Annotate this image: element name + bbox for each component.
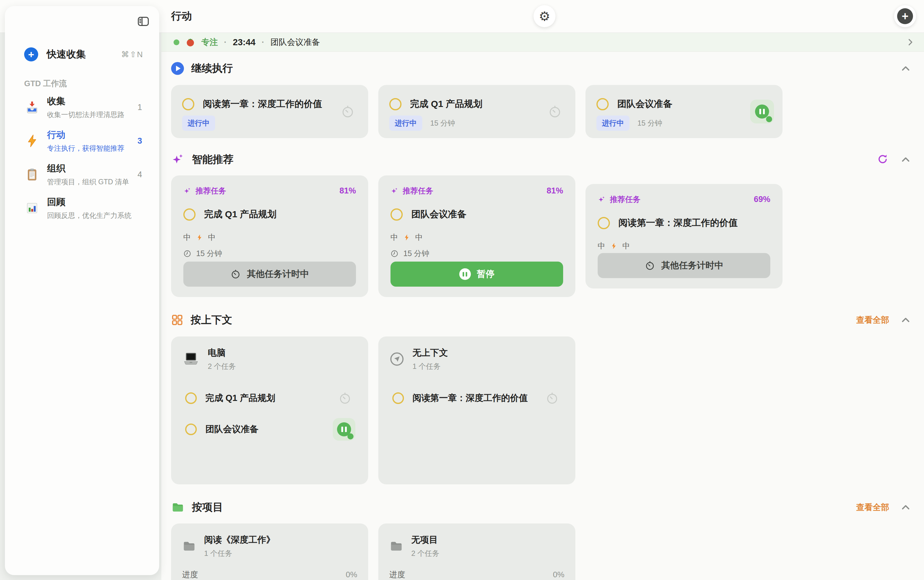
task-checkbox[interactable] bbox=[185, 423, 197, 435]
timer-icon[interactable] bbox=[341, 104, 355, 119]
match-score: 69% bbox=[754, 194, 770, 204]
project-cards-row: 阅读《深度工作》 1 个任务 进度 0% 无项目 2 个任务 bbox=[171, 524, 912, 580]
task-checkbox[interactable] bbox=[185, 392, 197, 404]
inbox-icon bbox=[25, 100, 40, 115]
focus-task-name: 团队会议准备 bbox=[270, 37, 320, 48]
clock-icon bbox=[390, 250, 399, 258]
main-content: 继续执行 阅读第一章：深度工作的价值 进行中 完成 Q1 产品规划 bbox=[161, 52, 924, 580]
section-continue-header: 继续执行 bbox=[171, 61, 912, 76]
match-score: 81% bbox=[547, 186, 563, 196]
status-badge: 进行中 bbox=[182, 115, 215, 131]
progress-label: 进度 bbox=[182, 569, 198, 580]
sparkles-icon bbox=[183, 187, 191, 195]
task-card[interactable]: 团队会议准备 进行中 15 分钟 bbox=[585, 85, 782, 138]
sidebar-item-organize[interactable]: 组织 管理项目，组织 GTD 清单 4 bbox=[17, 160, 147, 189]
match-score: 81% bbox=[339, 186, 356, 196]
sidebar-item-collect[interactable]: 收集 收集一切想法并理清思路 1 bbox=[17, 93, 147, 122]
clipboard-icon bbox=[25, 168, 40, 181]
pause-timer-button[interactable] bbox=[750, 100, 774, 124]
gear-icon: ⚙ bbox=[539, 9, 550, 24]
recommend-card[interactable]: 推荐任务 81% 团队会议准备 中 中 15 分钟 暂停 bbox=[378, 175, 575, 297]
button-label: 暂停 bbox=[477, 268, 495, 280]
energy-icon bbox=[403, 234, 410, 241]
task-checkbox[interactable] bbox=[390, 208, 403, 221]
task-duration: 15 分钟 bbox=[637, 118, 662, 128]
recommend-cards-row: 推荐任务 81% 完成 Q1 产品规划 中 中 15 分钟 其 bbox=[171, 175, 912, 297]
button-label: 其他任务计时中 bbox=[247, 268, 309, 280]
quick-capture-shortcut: ⌘⇧N bbox=[121, 50, 143, 59]
other-task-timing-button[interactable]: 其他任务计时中 bbox=[598, 253, 770, 278]
sidebar-item-actions[interactable]: 行动 专注执行，获得智能推荐 3 bbox=[17, 127, 147, 155]
project-card[interactable]: 无项目 2 个任务 进度 0% bbox=[378, 524, 575, 580]
sparkles-icon bbox=[598, 196, 606, 204]
project-task-count: 2 个任务 bbox=[411, 549, 440, 558]
stopwatch-icon bbox=[231, 269, 241, 279]
item-desc: 专注执行，获得智能推荐 bbox=[47, 143, 124, 153]
task-row[interactable]: 团队会议准备 bbox=[182, 417, 357, 442]
task-checkbox[interactable] bbox=[182, 98, 194, 110]
add-task-button[interactable]: + bbox=[894, 5, 916, 27]
section-contexts-header: 按上下文 查看全部 bbox=[171, 312, 912, 328]
duration-label: 15 分钟 bbox=[404, 249, 429, 259]
pause-timer-button[interactable] bbox=[333, 418, 355, 441]
progress-percent: 0% bbox=[553, 570, 564, 579]
context-card[interactable]: 电脑 2 个任务 完成 Q1 产品规划 团队会议准备 bbox=[171, 336, 368, 484]
task-checkbox[interactable] bbox=[183, 208, 196, 221]
separator-dot: · bbox=[262, 38, 264, 47]
separator-dot: · bbox=[224, 38, 227, 47]
chevron-up-icon[interactable] bbox=[899, 153, 912, 166]
focus-label: 专注 bbox=[201, 37, 218, 48]
view-all-link[interactable]: 查看全部 bbox=[856, 315, 889, 325]
task-duration: 15 分钟 bbox=[430, 118, 455, 128]
task-checkbox[interactable] bbox=[598, 217, 610, 229]
item-desc: 回顾反思，优化生产力系统 bbox=[47, 211, 132, 220]
recommend-card[interactable]: 推荐任务 81% 完成 Q1 产品规划 中 中 15 分钟 其 bbox=[171, 175, 368, 297]
sidebar-toggle-button[interactable] bbox=[134, 12, 153, 31]
task-row[interactable]: 完成 Q1 产品规划 bbox=[182, 386, 357, 411]
pause-focus-button[interactable]: 暂停 bbox=[390, 262, 563, 287]
task-checkbox[interactable] bbox=[596, 98, 609, 110]
timer-icon[interactable] bbox=[545, 391, 559, 405]
sidebar-item-review[interactable]: 回顾 回顾反思，优化生产力系统 bbox=[17, 194, 147, 222]
task-title: 团队会议准备 bbox=[205, 423, 259, 435]
chevron-right-icon[interactable] bbox=[906, 38, 915, 47]
timer-icon[interactable] bbox=[548, 104, 562, 119]
other-task-timing-button[interactable]: 其他任务计时中 bbox=[183, 262, 356, 287]
task-checkbox[interactable] bbox=[392, 392, 404, 404]
task-title: 完成 Q1 产品规划 bbox=[204, 208, 277, 221]
folder-icon bbox=[171, 501, 184, 514]
task-card[interactable]: 阅读第一章：深度工作的价值 进行中 bbox=[171, 85, 368, 138]
task-checkbox[interactable] bbox=[389, 98, 402, 110]
refresh-icon[interactable] bbox=[876, 153, 889, 166]
item-count: 4 bbox=[137, 170, 142, 180]
chevron-up-icon[interactable] bbox=[899, 501, 912, 513]
chevron-up-icon[interactable] bbox=[899, 314, 912, 326]
sidebar-nav: 收集 收集一切想法并理清思路 1 行动 专注执行，获得智能推荐 3 bbox=[17, 93, 147, 222]
energy-icon bbox=[196, 234, 203, 241]
section-title: 继续执行 bbox=[191, 61, 233, 76]
settings-button[interactable]: ⚙ bbox=[534, 5, 555, 27]
recommend-card[interactable]: 推荐任务 69% 阅读第一章：深度工作的价值 中 中 其他任务计时中 bbox=[585, 184, 782, 288]
focus-session-banner[interactable]: 专注 · 23:44 · 团队会议准备 bbox=[161, 33, 924, 52]
timer-icon[interactable] bbox=[338, 391, 352, 405]
compass-icon bbox=[389, 351, 405, 367]
laptop-icon bbox=[182, 351, 200, 367]
context-cards-row: 电脑 2 个任务 完成 Q1 产品规划 团队会议准备 bbox=[171, 336, 912, 484]
quick-capture-button[interactable]: + 快速收集 ⌘⇧N bbox=[24, 42, 143, 67]
task-title: 阅读第一章：深度工作的价值 bbox=[203, 98, 322, 110]
task-row[interactable]: 阅读第一章：深度工作的价值 bbox=[389, 386, 564, 411]
recommend-tag: 推荐任务 bbox=[610, 194, 641, 204]
task-card[interactable]: 完成 Q1 产品规划 进行中 15 分钟 bbox=[378, 85, 575, 138]
context-name: 电脑 bbox=[208, 347, 236, 359]
plus-circle-icon: + bbox=[24, 47, 38, 61]
sidebar: + 快速收集 ⌘⇧N GTD 工作流 收集 收集一切想法并理清思路 1 bbox=[5, 6, 159, 575]
project-name: 阅读《深度工作》 bbox=[204, 534, 275, 546]
project-card[interactable]: 阅读《深度工作》 1 个任务 进度 0% bbox=[171, 524, 368, 580]
item-title: 行动 bbox=[47, 129, 124, 141]
folder-icon bbox=[182, 539, 196, 553]
context-card[interactable]: 无上下文 1 个任务 阅读第一章：深度工作的价值 bbox=[378, 336, 575, 484]
chevron-up-icon[interactable] bbox=[899, 63, 912, 74]
sparkles-icon bbox=[390, 187, 399, 195]
item-title: 收集 bbox=[47, 95, 124, 107]
view-all-link[interactable]: 查看全部 bbox=[856, 502, 889, 513]
